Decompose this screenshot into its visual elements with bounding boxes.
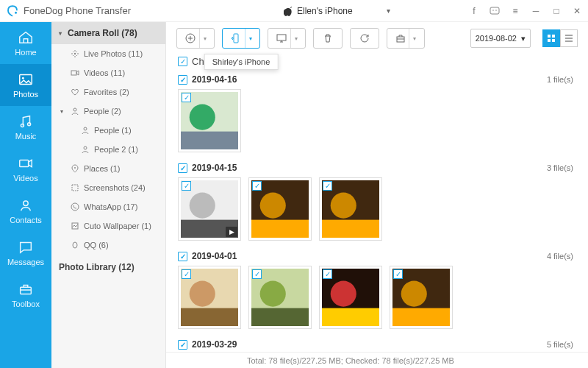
- svg-point-6: [21, 124, 24, 127]
- checkbox-icon[interactable]: ✓: [252, 269, 262, 279]
- svg-point-16: [74, 167, 76, 169]
- grid-icon: [547, 34, 556, 43]
- rail-messages[interactable]: Messages: [0, 232, 51, 274]
- svg-point-11: [74, 53, 76, 54]
- checkbox-icon[interactable]: ✓: [252, 181, 262, 191]
- whatsapp-icon: [71, 202, 79, 211]
- photo-item[interactable]: ✓: [319, 177, 382, 241]
- thumbnail-row: ✓▶✓✓: [178, 173, 576, 247]
- sidebar-videos[interactable]: Videos (11): [51, 63, 165, 82]
- date-group-header[interactable]: ✓2019-04-014 file(s): [178, 251, 576, 261]
- checkbox-icon[interactable]: ✓: [393, 269, 403, 279]
- date-filter[interactable]: 2019-08-02▾: [470, 29, 531, 48]
- photo-gallery: ✓2019-04-161 file(s)✓✓2019-04-153 file(s…: [166, 70, 588, 352]
- menu-icon[interactable]: ≡: [510, 6, 520, 16]
- refresh-button[interactable]: [350, 28, 379, 49]
- rail-photos[interactable]: Photos: [0, 64, 51, 106]
- videos-icon: [18, 155, 34, 171]
- svg-rect-52: [392, 308, 450, 326]
- photo-item[interactable]: ✓▶: [178, 177, 241, 241]
- trash-icon: [323, 33, 333, 43]
- rail-home[interactable]: Home: [0, 22, 51, 64]
- svg-rect-43: [181, 308, 238, 326]
- chevron-down-icon: ▾: [245, 29, 252, 48]
- add-button[interactable]: ▾: [176, 28, 215, 49]
- sidebar-camera-roll[interactable]: ▾Camera Roll (78): [51, 22, 165, 44]
- svg-point-15: [84, 146, 87, 149]
- social-fb-icon[interactable]: f: [469, 6, 479, 16]
- checkbox-icon: ✓: [178, 57, 187, 66]
- svg-rect-17: [72, 185, 78, 191]
- view-toggle: [542, 29, 578, 47]
- export-to-pc-button[interactable]: ▾: [268, 28, 306, 49]
- sidebar-people-2[interactable]: People 2 (1): [51, 140, 165, 159]
- sparkle-icon: [71, 49, 79, 58]
- checkbox-icon[interactable]: ✓: [323, 269, 332, 279]
- date-group-header[interactable]: ✓2019-03-295 file(s): [178, 339, 576, 350]
- caret-down-icon: ▾: [60, 108, 66, 115]
- delete-button[interactable]: [313, 28, 343, 49]
- wallpaper-icon: [71, 222, 79, 230]
- qq-icon: [71, 241, 79, 250]
- photo-item[interactable]: ✓: [178, 266, 241, 329]
- rail-contacts[interactable]: Contacts: [0, 190, 51, 232]
- checkbox-icon[interactable]: ✓: [182, 181, 191, 191]
- heart-icon: [71, 88, 79, 96]
- group-file-count: 4 file(s): [547, 252, 576, 261]
- photo-item[interactable]: ✓: [248, 266, 312, 329]
- svg-rect-23: [277, 35, 286, 40]
- group-file-count: 5 file(s): [547, 340, 576, 349]
- date-group-header[interactable]: ✓2019-04-161 file(s): [178, 74, 576, 85]
- sidebar-cuto[interactable]: Cuto Wallpaper (1): [51, 216, 165, 236]
- transfer-to-device-button[interactable]: ▾ Shirley's iPhone: [222, 28, 260, 49]
- sidebar-screenshots[interactable]: Screenshots (24): [51, 178, 165, 197]
- sidebar-people-1[interactable]: People (1): [51, 121, 165, 140]
- svg-point-13: [74, 108, 76, 111]
- list-view-button[interactable]: [560, 29, 578, 47]
- grid-view-button[interactable]: [542, 29, 560, 47]
- home-icon: [18, 29, 34, 46]
- close-icon[interactable]: ✕: [572, 6, 582, 16]
- photo-item[interactable]: ✓: [248, 177, 312, 241]
- svg-rect-46: [251, 308, 309, 326]
- sidebar-people[interactable]: ▾People (2): [51, 102, 165, 121]
- chevron-down-icon: ▾: [199, 29, 207, 48]
- person-icon: [81, 126, 90, 135]
- svg-rect-1: [490, 7, 499, 14]
- svg-point-42: [190, 281, 215, 307]
- pin-icon: [71, 164, 79, 173]
- svg-rect-10: [21, 287, 32, 294]
- date-group-header[interactable]: ✓2019-04-153 file(s): [178, 163, 576, 173]
- sidebar-qq[interactable]: QQ (6): [51, 236, 165, 255]
- checkbox-icon[interactable]: ✓: [182, 269, 191, 279]
- sidebar-whatsapp[interactable]: WhatsApp (17): [51, 197, 165, 216]
- people-icon: [71, 107, 79, 116]
- svg-rect-22: [234, 34, 238, 43]
- maximize-icon[interactable]: □: [551, 6, 562, 16]
- svg-point-9: [24, 201, 28, 205]
- rail-music[interactable]: Music: [0, 106, 51, 148]
- svg-rect-26: [552, 35, 555, 38]
- sidebar-live-photos[interactable]: Live Photos (11): [51, 44, 165, 63]
- device-selector[interactable]: Ellen's iPhone ▾: [278, 4, 396, 18]
- photo-item[interactable]: ✓: [390, 266, 453, 329]
- group-date: 2019-04-16: [192, 74, 237, 85]
- svg-point-39: [331, 193, 356, 219]
- minimize-icon[interactable]: ─: [531, 6, 541, 16]
- sidebar-places[interactable]: Places (1): [51, 159, 165, 178]
- feedback-icon[interactable]: [490, 6, 500, 16]
- svg-point-20: [73, 242, 77, 248]
- svg-rect-37: [251, 220, 309, 238]
- checkbox-icon: ✓: [178, 252, 187, 261]
- rail-videos[interactable]: Videos: [0, 148, 51, 190]
- album-sidebar: ▾Camera Roll (78) Live Photos (11) Video…: [51, 22, 166, 368]
- rail-toolbox[interactable]: Toolbox: [0, 274, 51, 316]
- photo-item[interactable]: ✓: [178, 89, 241, 152]
- group-date: 2019-04-01: [192, 251, 237, 261]
- photo-item[interactable]: ✓: [319, 266, 382, 329]
- sidebar-favorites[interactable]: Favorites (2): [51, 82, 165, 102]
- more-tools-button[interactable]: ▾: [387, 28, 425, 49]
- checkbox-icon[interactable]: ✓: [182, 93, 191, 102]
- sidebar-photo-library[interactable]: Photo Library (12): [51, 255, 165, 280]
- checkbox-icon[interactable]: ✓: [323, 181, 332, 191]
